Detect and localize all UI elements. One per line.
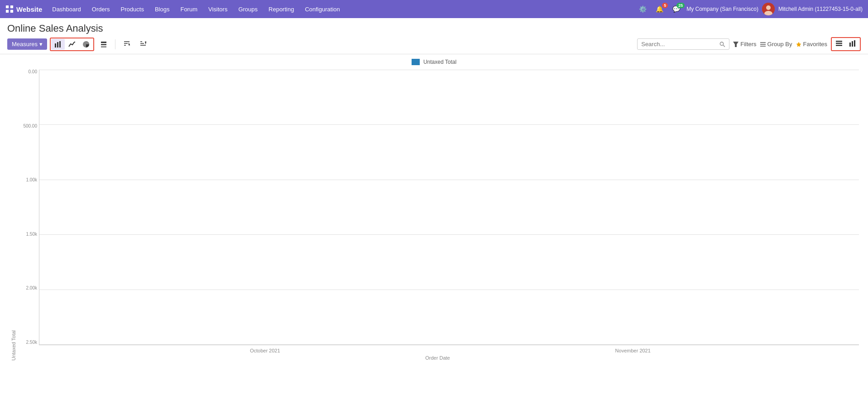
y-tick-label: 1.50k	[19, 232, 37, 237]
svg-rect-10	[101, 42, 106, 43]
svg-point-5	[766, 5, 771, 10]
main-toolbar: Measures ▾	[0, 34, 868, 54]
list-view-button[interactable]	[832, 38, 846, 50]
right-toolbar: Filters Group By Favorites	[637, 37, 861, 51]
nav-configuration[interactable]: Configuration	[300, 3, 344, 15]
x-axis-title: Order Date	[16, 355, 859, 361]
favorites-icon	[796, 42, 801, 47]
page-header: Online Sales Analysis	[0, 18, 868, 34]
search-box[interactable]	[637, 38, 729, 50]
svg-rect-31	[854, 40, 855, 47]
stack-button[interactable]	[97, 39, 110, 50]
legend-color-swatch	[412, 59, 420, 65]
chart-container: Untaxed Total Untaxed Total 2.50k2.00k1.…	[0, 54, 868, 386]
sort-asc-button[interactable]	[120, 38, 134, 50]
svg-rect-28	[836, 45, 842, 46]
svg-rect-0	[6, 5, 9, 8]
chart-inner: 2.50k2.00k1.50k1.00k500.000.00 October 2…	[16, 70, 859, 361]
chart-legend: Untaxed Total	[9, 59, 859, 65]
page-title: Online Sales Analysis	[7, 23, 861, 34]
user-avatar[interactable]	[762, 3, 775, 15]
svg-rect-11	[101, 44, 106, 45]
measures-button[interactable]: Measures ▾	[7, 38, 47, 50]
y-ticks: 2.50k2.00k1.50k1.00k500.000.00	[19, 70, 37, 345]
filter-icon	[733, 42, 739, 47]
nav-groups[interactable]: Groups	[234, 3, 262, 15]
chart-view-icon	[849, 40, 856, 47]
y-tick-label: 2.50k	[19, 340, 37, 345]
bars-group	[39, 70, 859, 345]
view-toggle-group	[831, 37, 861, 51]
chart-view-button[interactable]	[846, 38, 859, 50]
y-tick-label: 0.00	[19, 70, 37, 74]
measures-chevron: ▾	[39, 41, 43, 48]
chart-plot: 2.50k2.00k1.50k1.00k500.000.00	[39, 70, 859, 345]
bar-chart-button[interactable]	[51, 39, 65, 50]
svg-line-20	[724, 45, 725, 47]
favorites-label: Favorites	[803, 41, 827, 48]
sort-desc-button[interactable]	[136, 38, 150, 50]
nav-orders[interactable]: Orders	[87, 3, 115, 15]
svg-rect-9	[59, 41, 61, 48]
svg-rect-3	[10, 10, 13, 13]
chart-type-group	[50, 38, 94, 51]
messages-button[interactable]: 💬 25	[670, 4, 683, 14]
nav-blogs[interactable]: Blogs	[150, 3, 174, 15]
nav-reporting[interactable]: Reporting	[264, 3, 298, 15]
group-by-icon	[760, 42, 766, 47]
svg-rect-2	[6, 10, 9, 13]
toolbar-separator	[115, 39, 115, 49]
settings-button[interactable]: ⚙️	[636, 4, 649, 14]
svg-rect-30	[852, 41, 853, 47]
measures-label: Measures	[12, 41, 38, 48]
svg-marker-25	[796, 42, 801, 47]
svg-rect-1	[10, 5, 13, 8]
line-chart-button[interactable]	[65, 39, 79, 50]
svg-point-19	[720, 42, 724, 45]
line-chart-icon	[68, 41, 76, 48]
svg-rect-7	[55, 43, 56, 48]
nav-visitors[interactable]: Visitors	[204, 3, 232, 15]
nav-dashboard[interactable]: Dashboard	[48, 3, 86, 15]
filters-button[interactable]: Filters	[733, 41, 756, 48]
search-icon	[719, 41, 725, 48]
y-tick-label: 2.00k	[19, 286, 37, 290]
nav-products[interactable]: Products	[116, 3, 149, 15]
svg-rect-12	[101, 46, 106, 48]
bar-chart-icon	[54, 41, 62, 48]
svg-rect-8	[57, 42, 58, 48]
sort-asc-icon	[123, 40, 130, 47]
app-logo[interactable]: Website	[5, 5, 42, 13]
grid-icon	[5, 5, 14, 13]
list-view-icon	[836, 40, 842, 47]
group-by-label: Group By	[767, 41, 792, 48]
x-axis-label: October 2021	[136, 348, 394, 353]
x-labels: October 2021November 2021	[39, 345, 859, 353]
filters-label: Filters	[740, 41, 756, 48]
y-tick-label: 1.00k	[19, 178, 37, 182]
group-by-button[interactable]: Group By	[760, 41, 792, 48]
message-badge: 25	[676, 3, 685, 8]
y-tick-label: 500.00	[19, 124, 37, 128]
pie-chart-button[interactable]	[79, 39, 93, 50]
y-axis-label: Untaxed Total	[9, 70, 16, 361]
sort-desc-icon	[139, 40, 147, 47]
search-input[interactable]	[641, 41, 718, 48]
legend-label: Untaxed Total	[423, 59, 456, 65]
svg-rect-27	[836, 43, 842, 44]
chart-wrapper: Untaxed Total 2.50k2.00k1.50k1.00k500.00…	[9, 70, 859, 361]
avatar-image	[762, 3, 775, 15]
app-name: Website	[16, 5, 42, 13]
notifications-button[interactable]: 🔔 5	[653, 4, 666, 14]
top-navigation: Website Dashboard Orders Products Blogs …	[0, 0, 868, 18]
svg-marker-21	[733, 42, 739, 47]
company-label: My Company (San Francisco)	[686, 6, 758, 12]
notification-badge: 5	[662, 3, 668, 8]
pie-chart-icon	[82, 41, 90, 48]
favorites-button[interactable]: Favorites	[796, 41, 827, 48]
user-label: Mitchell Admin (11227453-15-0-all)	[778, 6, 863, 12]
svg-rect-29	[849, 43, 851, 47]
svg-rect-26	[836, 41, 842, 42]
nav-forum[interactable]: Forum	[176, 3, 202, 15]
topnav-right: ⚙️ 🔔 5 💬 25 My Company (San Francisco) M…	[636, 3, 863, 15]
